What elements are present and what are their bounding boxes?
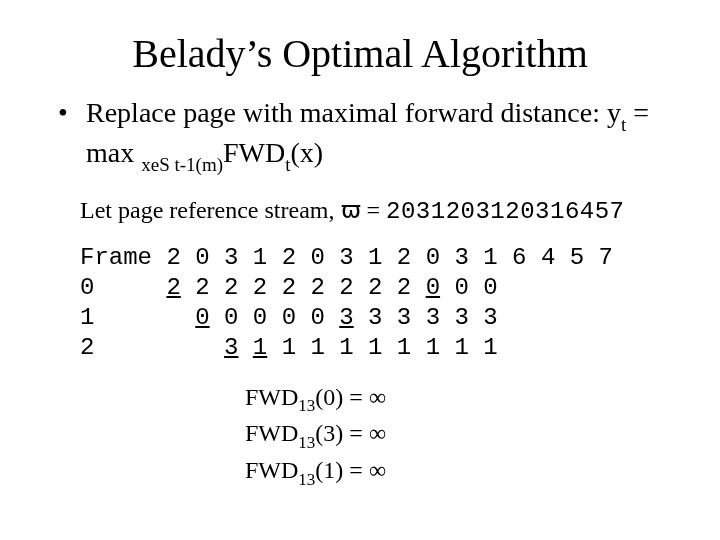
omega-symbol: ϖ — [341, 197, 361, 223]
reference-stream-line: Let page reference stream, ϖ = 203120312… — [0, 176, 720, 225]
max-subscript: xeS t-1(m) — [141, 154, 223, 175]
bullet-dot: • — [58, 95, 86, 131]
fwd-sub: 13 — [298, 396, 315, 415]
fwd-subscript: t — [285, 154, 290, 175]
fwd-name: FWD — [245, 420, 298, 446]
fwd-val: ∞ — [369, 420, 386, 446]
fwd-name: FWD — [245, 457, 298, 483]
fwd-arg: (1) = — [315, 457, 369, 483]
fwd-line: FWD13(0) = ∞ — [245, 381, 720, 418]
fwd-sub: 13 — [298, 470, 315, 489]
bullet-text: Replace page with maximal forward distan… — [86, 95, 680, 176]
y-subscript: t — [621, 114, 626, 135]
fwd-val: ∞ — [369, 384, 386, 410]
fwd-sub: 13 — [298, 433, 315, 452]
fwd-tail: (x) — [291, 137, 324, 168]
fwd-arg: (0) = — [315, 384, 369, 410]
bullet-item: • Replace page with maximal forward dist… — [0, 95, 720, 176]
bullet-text-pre: Replace page with maximal forward distan… — [86, 97, 621, 128]
let-prefix: Let page reference stream, — [80, 197, 341, 223]
fwd-results: FWD13(0) = ∞FWD13(3) = ∞FWD13(1) = ∞ — [0, 363, 720, 491]
fwd-name: FWD — [245, 384, 298, 410]
fwd-text: FWD — [223, 137, 285, 168]
page-title: Belady’s Optimal Algorithm — [0, 0, 720, 95]
fwd-arg: (3) = — [315, 420, 369, 446]
let-eq: = — [361, 197, 387, 223]
fwd-line: FWD13(1) = ∞ — [245, 454, 720, 491]
reference-stream: 2031203120316457 — [386, 198, 624, 225]
fwd-line: FWD13(3) = ∞ — [245, 417, 720, 454]
fwd-val: ∞ — [369, 457, 386, 483]
slide: Belady’s Optimal Algorithm • Replace pag… — [0, 0, 720, 540]
frame-table: Frame 2 0 3 1 2 0 3 1 2 0 3 1 6 4 5 7 0 … — [0, 225, 720, 363]
